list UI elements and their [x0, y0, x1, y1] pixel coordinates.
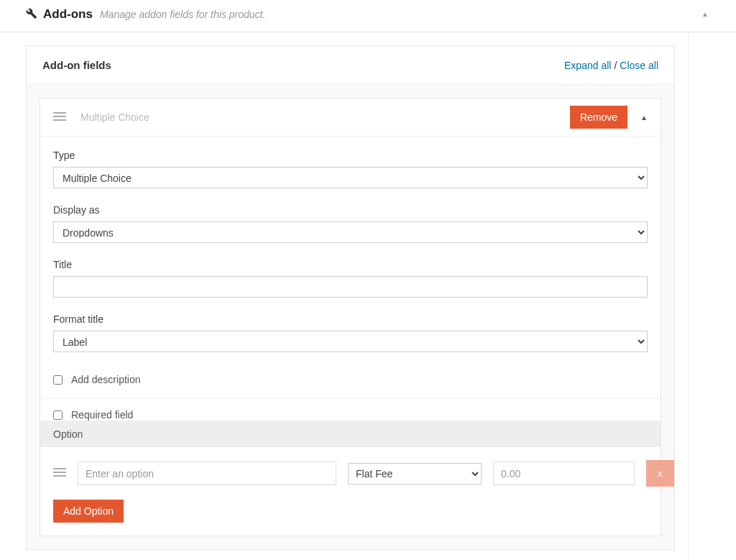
required-field-checkbox[interactable] [53, 410, 63, 420]
remove-field-button[interactable]: Remove [570, 106, 627, 129]
add-option-button[interactable]: Add Option [53, 500, 124, 523]
field-collapse-caret-icon[interactable]: ▲ [640, 114, 648, 121]
close-all-link[interactable]: Close all [620, 60, 658, 71]
expand-all-link[interactable]: Expand all [564, 60, 611, 71]
display-as-group: Display as Dropdowns [53, 204, 648, 243]
title-input[interactable] [53, 276, 648, 298]
card-header: Add-on fields Expand all / Close all [27, 46, 674, 85]
add-description-label: Add description [71, 374, 141, 385]
option-name-input[interactable] [78, 462, 336, 485]
format-title-group: Format title Label [53, 313, 648, 352]
add-description-checkbox[interactable] [53, 375, 63, 385]
panel-title: Add-ons [43, 7, 93, 22]
fields-list-area: Multiple Choice Remove ▲ Type Multiple C… [27, 85, 674, 549]
format-title-select[interactable]: Label [53, 331, 648, 352]
type-select[interactable]: Multiple Choice [53, 167, 648, 188]
display-as-label: Display as [53, 204, 648, 216]
format-title-label: Format title [53, 313, 648, 325]
panel-header: Add-ons Manage addon fields for this pro… [0, 0, 736, 32]
required-field-label: Required field [71, 409, 133, 421]
type-group: Type Multiple Choice [53, 150, 648, 188]
panel-collapse-caret-icon[interactable]: ▲ [702, 10, 709, 18]
title-group: Title [53, 259, 648, 298]
required-field-row: Required field [40, 398, 661, 421]
field-card: Multiple Choice Remove ▲ Type Multiple C… [40, 98, 661, 536]
addon-fields-card: Add-on fields Expand all / Close all Mul… [26, 45, 675, 550]
drag-handle-icon[interactable] [53, 111, 66, 124]
field-card-header: Multiple Choice Remove ▲ [40, 98, 661, 137]
options-header: Option [40, 421, 661, 447]
option-rows: Flat Fee x Add Option [40, 447, 661, 536]
card-title: Add-on fields [42, 59, 564, 71]
panel-subtitle: Manage addon fields for this product. [100, 9, 265, 20]
option-price-input[interactable] [493, 462, 635, 485]
title-label: Title [53, 259, 648, 270]
option-remove-button[interactable]: x [646, 460, 674, 487]
option-pricing-select[interactable]: Flat Fee [348, 463, 482, 485]
add-description-row: Add description [53, 368, 648, 391]
wrench-icon [26, 8, 37, 22]
link-separator: / [614, 60, 617, 71]
options-section: Option Flat Fee [40, 421, 661, 536]
field-header-type: Multiple Choice [80, 111, 570, 123]
option-row: Flat Fee x [53, 460, 648, 487]
type-label: Type [53, 150, 648, 161]
option-drag-handle-icon[interactable] [53, 467, 66, 480]
field-body: Type Multiple Choice Display as Dropdown… [40, 137, 661, 536]
display-as-select[interactable]: Dropdowns [53, 221, 648, 243]
